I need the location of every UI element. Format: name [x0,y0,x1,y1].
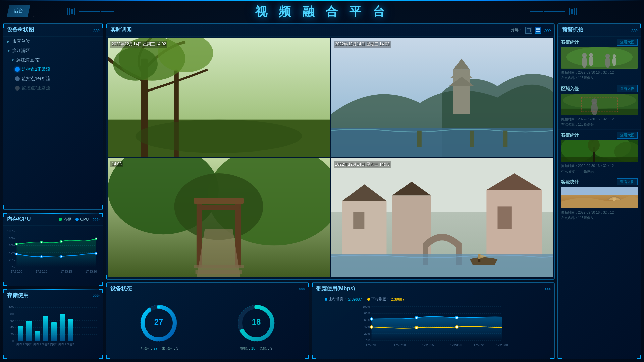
alert-time-3: 抓拍时间：2022-09-30 16：32：12 [561,163,638,169]
bandwidth-download-legend: 下行带宽： 2.39687 [367,297,405,302]
tree-item-cam2-normal[interactable]: 监控点2正常流 [3,83,103,93]
alert-panel: 预警抓拍 >>> 客流统计 查看大图 [557,23,641,359]
split-2x2-btn[interactable] [535,27,541,34]
bandwidth-download-value: 2.39687 [391,297,405,301]
tree-item-cam1-normal[interactable]: 监控点1正常流 [3,65,103,74]
device-status-more[interactable]: >>> [298,286,305,292]
tree-item-city[interactable]: ▶ 市直单位 [3,37,103,46]
video-panel-header: 实时调阅 分屏： [106,24,554,37]
alert-view-btn-4[interactable]: 查看大图 [617,178,638,185]
svg-rect-42 [68,319,73,341]
device-tree-more[interactable]: >>> [93,27,99,33]
svg-text:100%: 100% [362,305,370,308]
video-cell-2[interactable]: 2022年12月14日 星期三 14:03 [331,38,553,157]
header: 后台 视 频 融 合 平 台 [0,0,644,23]
svg-point-13 [41,241,43,243]
svg-point-62 [136,120,302,153]
video-timestamp-1: 2022年12月14日 星期三 14:02 [110,41,167,48]
legend-mem: 内存 [59,216,71,222]
svg-text:40%: 40% [9,251,15,254]
svg-point-139 [613,54,616,58]
storage-header: 存储使用 >>> [3,289,103,302]
svg-point-121 [370,326,373,328]
video-panel: 实时调阅 分屏： [106,23,555,280]
video-cell-1[interactable]: 2022年12月14日 星期三 14:02 [108,38,330,157]
svg-text:内存1: 内存1 [58,343,66,346]
svg-point-144 [591,98,597,104]
storage-title: 存储使用 [7,292,29,299]
alert-thumb-img-3 [561,140,638,162]
svg-text:80: 80 [10,312,14,316]
donut-container: 27 已启用：27 未启用：3 [106,295,309,358]
legend-cpu-label: CPU [80,217,89,222]
mem-cpu-title: 内存/CPU [7,216,31,223]
svg-point-134 [589,56,593,66]
mem-cpu-panel: 内存/CPU 内存 CPU >>> [3,213,103,286]
storage-more[interactable]: >>> [93,293,99,298]
svg-text:内存1: 内存1 [67,343,74,346]
video-cell-3[interactable]: 14:03 [108,158,330,277]
video-img-2 [331,38,553,157]
alert-more[interactable]: >>> [631,27,637,33]
svg-text:17:23:30: 17:23:30 [496,343,508,347]
alert-view-btn-1[interactable]: 查看大图 [617,39,638,46]
realtime-more[interactable]: >>> [544,27,550,33]
svg-text:17:23:05: 17:23:05 [11,270,22,273]
alert-item-1-header: 客流统计 查看大图 [561,39,638,46]
donut1-active-label: 已启用：27 [139,346,157,351]
mem-cpu-legend: 内存 CPU >>> [59,216,99,222]
svg-text:0%: 0% [11,265,15,269]
tree-arrow-binjiang: ▼ [7,49,10,52]
svg-text:60%: 60% [9,244,15,247]
app-title: 视 频 融 合 平 台 [255,4,389,20]
back-button[interactable]: 后台 [7,5,30,17]
svg-rect-78 [194,198,244,204]
tree-item-binjiang-label: 滨江浦区 [12,48,30,54]
svg-text:17:23:10: 17:23:10 [394,343,406,347]
svg-rect-94 [331,254,553,277]
donut-enabled: 27 已启用：27 未启用：3 [139,303,179,351]
mem-cpu-svg: 100% 80% 60% 40% 20% 0% [6,227,100,277]
tree-item-cam1-analysis-label: 监控点1分析流 [22,76,50,82]
svg-point-138 [612,57,616,66]
svg-text:17:23:05: 17:23:05 [366,343,377,347]
alert-view-btn-3[interactable]: 查看大图 [617,132,638,139]
device-tree-panel: 设备树状图 >>> ▶ 市直单位 ▼ 滨江浦区 ▼ 滨江浦区-南 监控点1正常流 [3,23,103,210]
svg-text:100: 100 [9,306,14,309]
svg-rect-81 [195,270,242,274]
svg-point-118 [370,318,373,320]
alert-header: 预警抓拍 >>> [558,24,641,37]
svg-rect-86 [353,212,364,229]
svg-point-18 [60,256,62,258]
storage-svg: 100 80 60 40 20 0 [6,303,100,350]
alert-view-btn-2[interactable]: 查看大图 [617,85,638,92]
svg-rect-71 [503,131,507,147]
bandwidth-download-label: 下行带宽： [371,297,390,302]
svg-text:40%: 40% [364,325,370,328]
svg-text:80%: 80% [9,237,15,240]
svg-text:0: 0 [12,339,14,343]
mem-cpu-more[interactable]: >>> [93,217,99,222]
video-img-1 [108,38,330,157]
bandwidth-svg: 100% 80% 60% 40% 20% 0% [315,303,552,353]
svg-text:20: 20 [10,333,14,336]
alert-thumb-img-1 [561,47,638,69]
tree-item-binjiang[interactable]: ▼ 滨江浦区 [3,46,103,55]
tree-item-cam1-analysis[interactable]: 监控点1分析流 [3,74,103,83]
split-controls: 分屏： >>> [511,27,550,34]
tree-item-binjiang-south[interactable]: ▼ 滨江浦区-南 [3,55,103,65]
svg-point-122 [415,326,418,329]
svg-point-104 [255,306,258,308]
donut2-online-label: 在线：18 [240,346,255,351]
svg-rect-150 [561,157,638,162]
tree-arrow-south: ▼ [11,58,14,62]
split-1x1-btn[interactable] [525,27,532,34]
video-cell-4[interactable]: 2022年12月14日 星期三 14:03 [331,158,553,277]
svg-text:20%: 20% [364,332,370,335]
alert-thumb-3 [561,140,638,162]
bandwidth-more[interactable]: >>> [544,286,550,292]
legend-dot-mem [59,218,62,221]
svg-point-123 [455,326,458,328]
svg-text:内存1: 内存1 [50,343,58,346]
svg-point-136 [605,57,610,68]
